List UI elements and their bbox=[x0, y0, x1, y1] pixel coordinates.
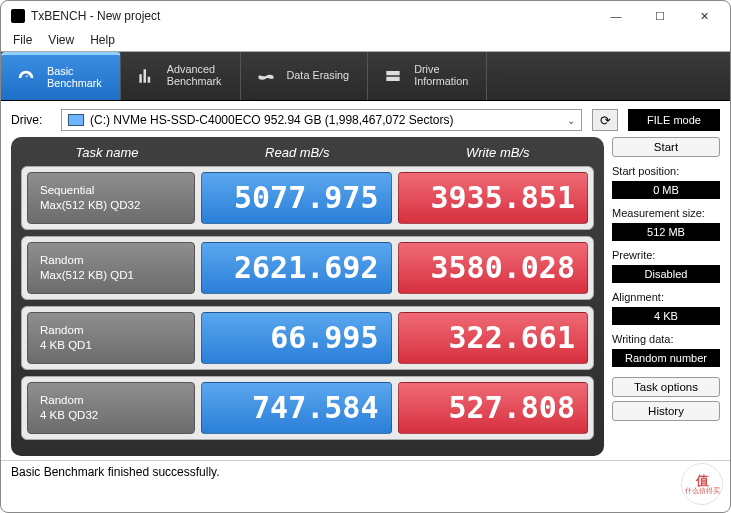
start-position-value[interactable]: 0 MB bbox=[612, 181, 720, 199]
prewrite-label: Prewrite: bbox=[612, 249, 720, 261]
alignment-value[interactable]: 4 KB bbox=[612, 307, 720, 325]
header-read: Read mB/s bbox=[201, 145, 394, 160]
alignment-label: Alignment: bbox=[612, 291, 720, 303]
header-task: Task name bbox=[21, 145, 193, 160]
read-value: 747.584 bbox=[201, 382, 392, 434]
menubar: File View Help bbox=[1, 31, 730, 51]
drive-selected-text: (C:) NVMe HS-SSD-C4000ECO 952.94 GB (1,9… bbox=[90, 113, 454, 127]
erase-icon bbox=[255, 65, 277, 87]
tab-row: BasicBenchmark AdvancedBenchmark Data Er… bbox=[1, 51, 730, 101]
menu-view[interactable]: View bbox=[48, 33, 74, 47]
titlebar: TxBENCH - New project — ☐ ✕ bbox=[1, 1, 730, 31]
start-position-label: Start position: bbox=[612, 165, 720, 177]
minimize-button[interactable]: — bbox=[594, 1, 638, 31]
side-panel: Start Start position: 0 MB Measurement s… bbox=[612, 137, 720, 456]
window-title: TxBENCH - New project bbox=[31, 9, 160, 23]
write-value: 3580.028 bbox=[398, 242, 589, 294]
app-icon bbox=[11, 9, 25, 23]
drive-icon bbox=[382, 65, 404, 87]
tab-data-erasing[interactable]: Data Erasing bbox=[241, 52, 369, 100]
table-header: Task name Read mB/s Write mB/s bbox=[21, 145, 594, 160]
write-value: 527.808 bbox=[398, 382, 589, 434]
table-row: Random4 KB QD166.995322.661 bbox=[21, 306, 594, 370]
drive-label: Drive: bbox=[11, 113, 51, 127]
benchmark-panel: Task name Read mB/s Write mB/s Sequentia… bbox=[11, 137, 604, 456]
task-name: RandomMax(512 KB) QD1 bbox=[27, 242, 195, 294]
drive-select[interactable]: (C:) NVMe HS-SSD-C4000ECO 952.94 GB (1,9… bbox=[61, 109, 582, 131]
measurement-size-value[interactable]: 512 MB bbox=[612, 223, 720, 241]
header-write: Write mB/s bbox=[402, 145, 595, 160]
maximize-button[interactable]: ☐ bbox=[638, 1, 682, 31]
task-name: Random4 KB QD32 bbox=[27, 382, 195, 434]
status-bar: Basic Benchmark finished successfully. bbox=[1, 460, 730, 483]
disk-icon bbox=[68, 114, 84, 126]
gauge-icon bbox=[15, 67, 37, 89]
menu-file[interactable]: File bbox=[13, 33, 32, 47]
history-button[interactable]: History bbox=[612, 401, 720, 421]
write-value: 3935.851 bbox=[398, 172, 589, 224]
refresh-button[interactable]: ⟳ bbox=[592, 109, 618, 131]
table-row: SequentialMax(512 KB) QD325077.9753935.8… bbox=[21, 166, 594, 230]
read-value: 2621.692 bbox=[201, 242, 392, 294]
task-name: Random4 KB QD1 bbox=[27, 312, 195, 364]
close-button[interactable]: ✕ bbox=[682, 1, 726, 31]
refresh-icon: ⟳ bbox=[600, 113, 611, 128]
tab-drive-information[interactable]: DriveInformation bbox=[368, 52, 487, 100]
measurement-size-label: Measurement size: bbox=[612, 207, 720, 219]
file-mode-button[interactable]: FILE mode bbox=[628, 109, 720, 131]
drive-row: Drive: (C:) NVMe HS-SSD-C4000ECO 952.94 … bbox=[1, 101, 730, 137]
task-options-button[interactable]: Task options bbox=[612, 377, 720, 397]
menu-help[interactable]: Help bbox=[90, 33, 115, 47]
read-value: 66.995 bbox=[201, 312, 392, 364]
writing-data-label: Writing data: bbox=[612, 333, 720, 345]
read-value: 5077.975 bbox=[201, 172, 392, 224]
writing-data-value[interactable]: Random number bbox=[612, 349, 720, 367]
prewrite-value[interactable]: Disabled bbox=[612, 265, 720, 283]
task-name: SequentialMax(512 KB) QD32 bbox=[27, 172, 195, 224]
start-button[interactable]: Start bbox=[612, 137, 720, 157]
write-value: 322.661 bbox=[398, 312, 589, 364]
watermark: 值 什么值得买 bbox=[681, 463, 723, 505]
table-row: RandomMax(512 KB) QD12621.6923580.028 bbox=[21, 236, 594, 300]
tab-advanced-benchmark[interactable]: AdvancedBenchmark bbox=[121, 52, 241, 100]
tab-basic-benchmark[interactable]: BasicBenchmark bbox=[1, 52, 121, 100]
table-row: Random4 KB QD32747.584527.808 bbox=[21, 376, 594, 440]
chevron-down-icon: ⌄ bbox=[567, 115, 575, 126]
bar-chart-icon bbox=[135, 65, 157, 87]
